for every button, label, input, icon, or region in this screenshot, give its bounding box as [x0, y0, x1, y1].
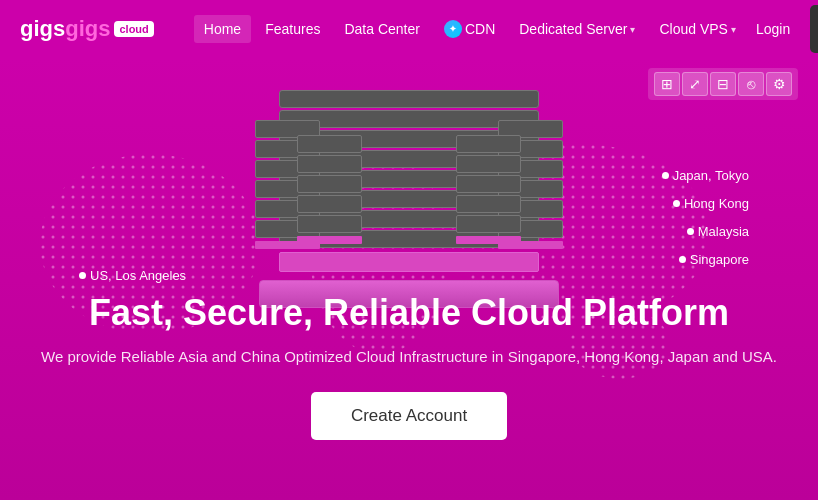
hero-subtitle: We provide Reliable Asia and China Optim… — [40, 346, 778, 369]
create-account-button[interactable]: Create Account — [311, 392, 507, 440]
hero-section: ⊞ ⤢ ⊟ ⎋ ⚙ — [0, 58, 818, 500]
location-hk: Hong Kong — [673, 196, 749, 211]
cloudvps-dropdown-chevron: ▾ — [731, 24, 736, 35]
location-japan: Japan, Tokyo — [662, 168, 749, 183]
toolbar-btn-settings[interactable]: ⚙ — [766, 72, 792, 96]
nav-link-dedicated[interactable]: Dedicated Server ▾ — [509, 15, 645, 43]
logo-text-2: gigs — [65, 16, 110, 42]
signup-button[interactable]: Sign Up — [810, 5, 818, 53]
location-label-us: US, Los Angeles — [90, 268, 186, 283]
nav-links: Home Features Data Center ✦ CDN Dedicate… — [194, 14, 746, 44]
location-dot-hk — [673, 200, 680, 207]
location-dot-singapore — [679, 256, 686, 263]
location-dot-japan — [662, 172, 669, 179]
server-tower-left-2 — [297, 133, 362, 244]
location-label-malaysia: Malaysia — [698, 224, 749, 239]
nav-link-home[interactable]: Home — [194, 15, 251, 43]
dedicated-dropdown-chevron: ▾ — [630, 24, 635, 35]
location-singapore: Singapore — [679, 252, 749, 267]
logo[interactable]: gigsgigscloud — [20, 16, 154, 42]
hero-text-section: Fast, Secure, Reliable Cloud Platform We… — [0, 292, 818, 441]
navbar: gigsgigscloud Home Features Data Center … — [0, 0, 818, 58]
nav-link-features[interactable]: Features — [255, 15, 330, 43]
location-dot-us — [79, 272, 86, 279]
server-tower-right-2 — [456, 133, 521, 244]
hero-title: Fast, Secure, Reliable Cloud Platform — [40, 292, 778, 334]
login-link[interactable]: Login — [746, 15, 800, 43]
nav-link-datacenter[interactable]: Data Center — [334, 15, 429, 43]
nav-right: Login Sign Up — [746, 5, 818, 53]
location-dot-malaysia — [687, 228, 694, 235]
location-label-hk: Hong Kong — [684, 196, 749, 211]
location-malaysia: Malaysia — [687, 224, 749, 239]
location-label-singapore: Singapore — [690, 252, 749, 267]
location-us: US, Los Angeles — [79, 268, 186, 283]
logo-badge: cloud — [114, 21, 153, 37]
location-label-japan: Japan, Tokyo — [673, 168, 749, 183]
cdn-icon: ✦ — [444, 20, 462, 38]
nav-link-cloudvps[interactable]: Cloud VPS ▾ — [649, 15, 745, 43]
nav-link-cdn[interactable]: ✦ CDN — [434, 14, 505, 44]
logo-text-1: gigs — [20, 16, 65, 42]
